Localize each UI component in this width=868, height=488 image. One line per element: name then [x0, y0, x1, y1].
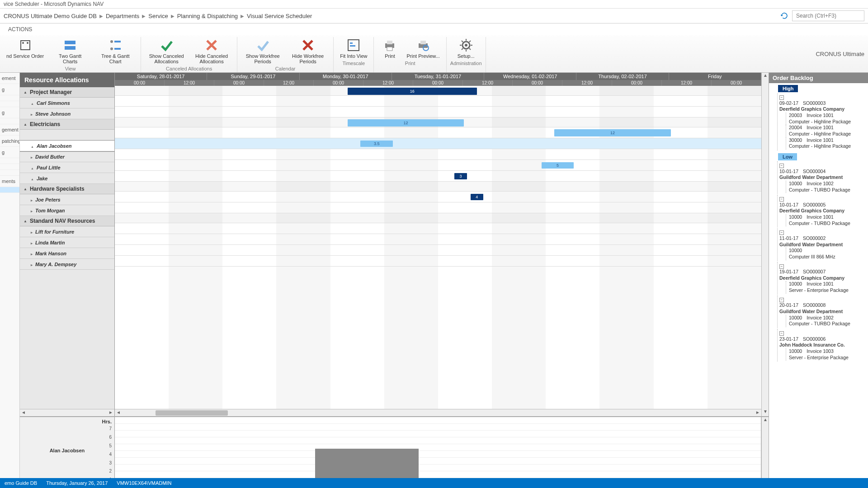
tree-gantt-button[interactable]: Tree & Gantt Chart — [94, 37, 137, 65]
gantt-row[interactable] — [115, 96, 761, 107]
resource-item[interactable]: Carl Simmons — [20, 98, 114, 108]
scroll-left-icon[interactable]: ◄ — [20, 409, 27, 416]
order-item[interactable]: 10000Computer III 866 MHz — [786, 248, 866, 260]
allocation-bar[interactable]: 3.5 — [360, 141, 393, 147]
breadcrumb-item[interactable]: Departments — [106, 13, 139, 19]
gantt-row[interactable] — [115, 223, 761, 234]
tree-toggle-icon[interactable]: − — [779, 230, 784, 235]
gantt-row[interactable] — [115, 149, 761, 160]
allocation-bar[interactable]: 12 — [554, 129, 670, 136]
nav-item[interactable]: g — [0, 107, 19, 118]
resource-item[interactable]: Linda Martin — [20, 237, 114, 248]
histogram-vscroll[interactable]: ▲ ▼ — [761, 417, 769, 484]
resource-item[interactable]: Lift for Furniture — [20, 226, 114, 237]
breadcrumb-item[interactable]: Service — [148, 13, 168, 19]
nav-item[interactable] — [0, 101, 19, 107]
nav-item[interactable] — [0, 164, 19, 170]
tree-toggle-icon[interactable]: − — [779, 197, 784, 202]
nav-item[interactable]: g — [0, 84, 19, 95]
order-item[interactable]: 10000Invoice 1001Server - Enterprise Pac… — [786, 281, 866, 293]
resource-item[interactable]: Joe Peters — [20, 194, 114, 205]
nav-item[interactable]: g — [0, 147, 19, 158]
resource-hscroll[interactable]: ◄ ► — [20, 409, 114, 416]
order-node[interactable]: −20-01-17SO000008Guildford Water Departm… — [777, 296, 868, 328]
refresh-icon[interactable] — [780, 12, 788, 20]
nav-item[interactable] — [0, 158, 19, 164]
order-item[interactable]: 30000Invoice 1001Computer - Highline Pac… — [786, 137, 866, 150]
two-gantt-button[interactable]: Two Gantt Charts — [48, 37, 92, 65]
order-item[interactable]: 20004Invoice 1001Computer - Highline Pac… — [786, 125, 866, 137]
order-node[interactable]: −19-01-17SO000007Deerfield Graphics Comp… — [777, 262, 868, 295]
allocation-bar[interactable]: 5 — [542, 162, 574, 169]
order-node[interactable]: −11-01-17SO000002Guildford Water Departm… — [777, 228, 868, 261]
breadcrumb-item[interactable]: Planning & Dispatching — [177, 13, 238, 19]
resource-group[interactable]: Project Manager — [20, 87, 114, 98]
gantt-row[interactable]: 12 — [115, 127, 761, 138]
scroll-right-icon[interactable]: ► — [107, 409, 114, 416]
scroll-up-icon[interactable]: ▲ — [762, 417, 769, 424]
resource-group[interactable]: Standard NAV Resources — [20, 216, 114, 226]
gantt-row[interactable] — [115, 213, 761, 223]
order-item[interactable]: 10000Invoice 1001Computer - TURBO Packag… — [786, 214, 866, 226]
priority-low[interactable]: Low — [778, 153, 797, 160]
timeline-hscroll[interactable]: ◄ ► — [115, 409, 761, 416]
tree-toggle-icon[interactable]: − — [779, 164, 784, 168]
gantt-row[interactable] — [115, 182, 761, 192]
print-preview-button[interactable]: Print Preview... — [404, 37, 442, 60]
resource-group[interactable]: Electricians — [20, 119, 114, 130]
breadcrumb-item[interactable]: Visual Service Scheduler — [247, 13, 312, 19]
resource-group[interactable]: Hardware Specialists — [20, 184, 114, 194]
nav-item[interactable] — [0, 170, 19, 176]
hide-canceled-button[interactable]: Hide Canceled Allocations — [190, 37, 233, 65]
nav-item[interactable] — [0, 187, 19, 193]
order-node[interactable]: −09-02-17SO000003Deerfield Graphics Comp… — [777, 93, 868, 150]
hide-workfree-button[interactable]: Hide Workfree Periods — [286, 37, 330, 65]
timeline-vscroll[interactable]: ▲ ▼ — [761, 73, 769, 416]
fit-view-button[interactable]: Fit Into View — [337, 37, 370, 60]
gantt-row[interactable] — [115, 107, 761, 117]
search-input[interactable] — [792, 10, 864, 21]
priority-high[interactable]: High — [778, 85, 798, 92]
resource-item[interactable]: Mary A. Dempsey — [20, 259, 114, 270]
print-button[interactable]: Print — [377, 37, 402, 60]
gantt-row[interactable] — [115, 256, 761, 267]
nav-item[interactable] — [0, 118, 19, 124]
order-item[interactable]: 10000Invoice 1002Computer - TURBO Packag… — [786, 181, 866, 193]
show-canceled-button[interactable]: Show Canceled Allocations — [145, 37, 188, 65]
gantt-row[interactable]: 3 — [115, 171, 761, 182]
tree-toggle-icon[interactable]: − — [779, 298, 784, 302]
nav-item[interactable]: gement — [0, 124, 19, 136]
nav-item[interactable]: ments — [0, 176, 19, 187]
resource-item[interactable]: Mark Hanson — [20, 248, 114, 259]
scroll-up-icon[interactable]: ▲ — [762, 73, 769, 80]
tree-toggle-icon[interactable]: − — [779, 95, 784, 100]
allocation-bar[interactable]: 3 — [454, 173, 467, 179]
order-node[interactable]: −10-01-17SO000004Guildford Water Departm… — [777, 161, 868, 194]
resource-item[interactable]: Jake — [20, 173, 114, 184]
gantt-row[interactable] — [115, 202, 761, 213]
allocation-bar[interactable]: 4 — [471, 194, 484, 200]
order-item[interactable]: 10000Invoice 1002Computer - TURBO Packag… — [786, 315, 866, 327]
setup-button[interactable]: Setup... — [454, 37, 478, 60]
scroll-thumb[interactable] — [156, 410, 228, 416]
resource-item[interactable]: David Butler — [20, 151, 114, 162]
show-workfree-button[interactable]: Show Workfree Periods — [241, 37, 284, 65]
gantt-row[interactable]: 12 — [115, 117, 761, 127]
gantt-row[interactable] — [115, 234, 761, 245]
resource-item[interactable]: Tom Morgan — [20, 205, 114, 216]
allocation-bar[interactable]: 12 — [348, 119, 464, 127]
breadcrumb-item[interactable]: CRONUS Ultimate Demo Guide DB — [4, 13, 97, 19]
tree-toggle-icon[interactable]: − — [779, 331, 784, 336]
order-item[interactable]: 10000Invoice 1003Server - Enterprise Pac… — [786, 348, 866, 361]
scroll-down-icon[interactable]: ▼ — [762, 409, 769, 416]
gantt-row[interactable]: 3.5 — [115, 138, 761, 149]
nav-item[interactable]: patching — [0, 136, 19, 147]
gantt-row[interactable]: 16 — [115, 86, 761, 96]
gantt-row[interactable]: 4 — [115, 192, 761, 202]
resource-item[interactable]: Paul Little — [20, 162, 114, 173]
gantt-body[interactable]: 1612123.5534 — [115, 86, 761, 409]
scroll-left-icon[interactable]: ◄ — [115, 409, 122, 416]
order-node[interactable]: −23-01-17SO000006John Haddock Insurance … — [777, 329, 868, 361]
tab-actions[interactable]: ACTIONS — [4, 24, 37, 34]
nd-service-order-button[interactable]: nd Service Order — [4, 37, 47, 65]
